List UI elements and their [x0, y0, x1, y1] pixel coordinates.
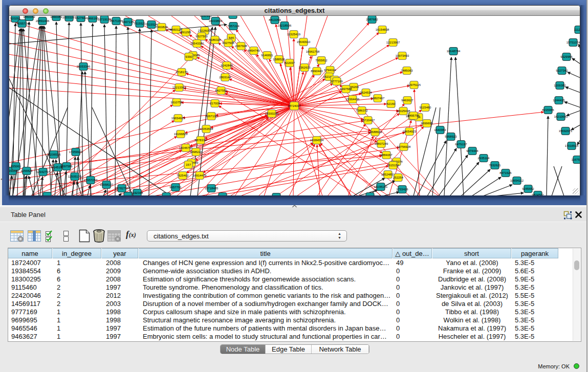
svg-text:7515521: 7515521: [134, 22, 146, 25]
svg-text:23364436: 23364436: [346, 98, 360, 101]
svg-text:1667135: 1667135: [122, 20, 134, 24]
svg-text:18724007: 18724007: [288, 104, 301, 107]
svg-text:217006: 217006: [210, 102, 221, 105]
svg-text:16196141: 16196141: [374, 185, 388, 188]
svg-text:9474444: 9474444: [466, 149, 478, 152]
svg-text:1167533: 1167533: [572, 158, 580, 161]
svg-text:10025438: 10025438: [397, 110, 410, 113]
svg-text:20206516: 20206516: [47, 153, 61, 156]
svg-text:10543382: 10543382: [190, 42, 204, 45]
svg-text:9146821: 9146821: [261, 54, 273, 57]
svg-text:7485063: 7485063: [401, 69, 413, 72]
svg-text:9327503: 9327503: [195, 35, 208, 38]
svg-text:15692971: 15692971: [559, 129, 573, 133]
svg-text:15751074: 15751074: [567, 41, 580, 44]
svg-text:16210643: 16210643: [554, 115, 568, 118]
svg-text:252254: 252254: [393, 176, 404, 179]
svg-text:1615152: 1615152: [387, 164, 399, 167]
svg-text:8471626: 8471626: [499, 171, 512, 174]
svg-text:891295: 891295: [181, 31, 191, 34]
svg-text:9699695: 9699695: [421, 122, 433, 125]
svg-text:20891406: 20891406: [36, 19, 50, 23]
svg-text:1640953: 1640953: [434, 128, 446, 132]
svg-text:11325419: 11325419: [287, 33, 301, 36]
svg-text:1209382: 1209382: [554, 84, 566, 87]
svg-text:9657791: 9657791: [169, 186, 182, 189]
svg-text:15718485: 15718485: [205, 187, 219, 190]
svg-text:12213363: 12213363: [172, 86, 186, 89]
svg-text:157: 157: [186, 163, 191, 166]
svg-text:15640910: 15640910: [297, 40, 311, 43]
svg-text:5958923: 5958923: [445, 135, 457, 138]
svg-text:15720407: 15720407: [361, 119, 375, 122]
svg-text:8215955: 8215955: [542, 108, 554, 112]
svg-text:9329966: 9329966: [560, 55, 573, 58]
svg-text:1610755: 1610755: [170, 101, 183, 104]
svg-text:17359924: 17359924: [69, 150, 83, 154]
svg-text:7632621: 7632621: [489, 164, 501, 167]
svg-text:3624534: 3624534: [360, 91, 372, 94]
svg-text:12213967: 12213967: [386, 41, 400, 44]
svg-text:6794024: 6794024: [324, 69, 336, 72]
svg-text:18300295: 18300295: [265, 112, 279, 115]
svg-text:1362615: 1362615: [298, 66, 311, 69]
svg-text:10807467: 10807467: [371, 97, 385, 100]
svg-text:6479197: 6479197: [455, 143, 467, 146]
svg-text:12353594: 12353594: [200, 127, 213, 130]
svg-text:19166829: 19166829: [174, 133, 188, 136]
svg-text:10688609: 10688609: [368, 130, 382, 134]
svg-text:19218506: 19218506: [278, 24, 292, 27]
svg-text:1156829: 1156829: [21, 169, 33, 172]
svg-text:7625402: 7625402: [177, 174, 189, 177]
svg-text:8186328: 8186328: [209, 38, 221, 41]
svg-text:18807249: 18807249: [375, 142, 388, 145]
svg-text:7515524: 7515524: [145, 23, 158, 26]
svg-text:1733426: 1733426: [396, 188, 408, 191]
svg-text:16033809: 16033809: [209, 19, 223, 23]
svg-text:10553267: 10553267: [62, 16, 76, 19]
svg-text:10958107: 10958107: [100, 183, 114, 186]
svg-text:19654923: 19654923: [403, 130, 417, 133]
svg-text:19384554: 19384554: [310, 139, 324, 142]
svg-text:7357224: 7357224: [227, 25, 239, 28]
svg-text:62160: 62160: [387, 102, 396, 105]
svg-text:17957253: 17957253: [84, 179, 98, 182]
svg-text:9097586: 9097586: [60, 165, 73, 168]
svg-text:12505135: 12505135: [68, 175, 82, 178]
svg-text:8878334: 8878334: [194, 139, 207, 142]
svg-text:2935114: 2935114: [478, 157, 490, 160]
svg-text:9242843: 9242843: [221, 64, 233, 67]
svg-text:1192348: 1192348: [132, 191, 144, 194]
svg-text:1498222: 1498222: [190, 150, 202, 154]
svg-text:2803144: 2803144: [219, 76, 231, 79]
svg-text:1588520: 1588520: [273, 58, 285, 61]
svg-text:12942757: 12942757: [36, 170, 50, 173]
svg-text:9327508: 9327508: [222, 41, 234, 45]
svg-text:1990081: 1990081: [50, 16, 62, 18]
svg-text:9884067: 9884067: [380, 154, 393, 157]
svg-text:10973493: 10973493: [396, 54, 409, 57]
svg-text:16782759: 16782759: [115, 187, 129, 190]
svg-text:935061: 935061: [11, 165, 21, 168]
svg-text:16671355: 16671355: [110, 19, 123, 23]
svg-text:1244415: 1244415: [553, 99, 565, 102]
svg-text:9824502: 9824502: [532, 193, 544, 195]
svg-text:7955812: 7955812: [315, 59, 328, 62]
svg-text:822037: 822037: [285, 61, 295, 64]
svg-text:16648784: 16648784: [447, 50, 461, 53]
svg-text:10654112: 10654112: [510, 179, 524, 182]
svg-text:12975115: 12975115: [407, 83, 421, 86]
svg-text:111271: 111271: [574, 28, 580, 31]
svg-text:16046766: 16046766: [179, 146, 193, 149]
svg-text:9227342: 9227342: [556, 69, 568, 72]
svg-text:8267130: 8267130: [205, 115, 217, 118]
svg-text:16961758: 16961758: [306, 50, 320, 53]
svg-text:8454749: 8454749: [248, 49, 260, 52]
svg-text:1830935: 1830935: [200, 16, 212, 17]
svg-text:9390: 9390: [185, 55, 192, 58]
svg-text:2718170: 2718170: [176, 71, 188, 74]
svg-text:6497568: 6497568: [340, 87, 352, 91]
svg-text:9777169: 9777169: [331, 80, 343, 83]
svg-text:16154838: 16154838: [376, 28, 389, 31]
svg-text:1860042: 1860042: [23, 16, 35, 18]
